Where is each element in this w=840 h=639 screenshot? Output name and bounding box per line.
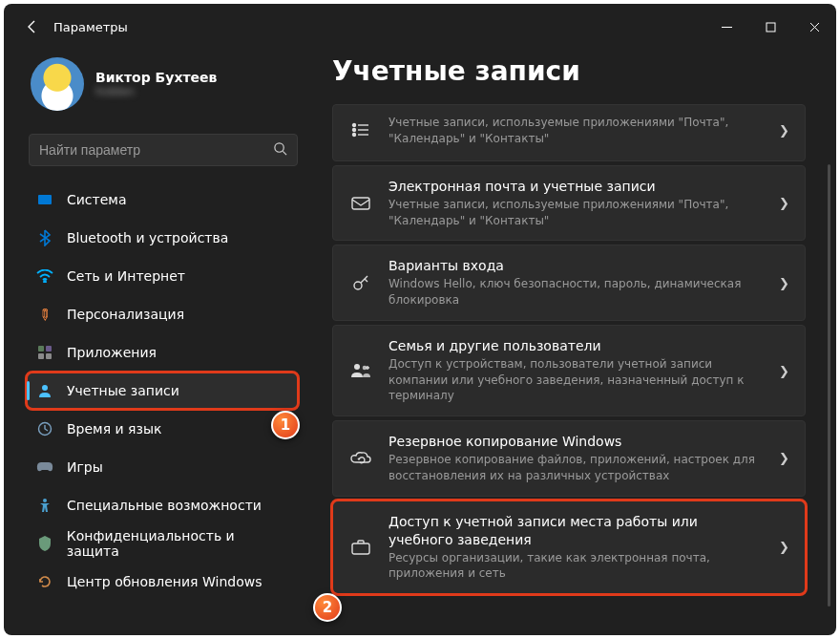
apps-icon — [36, 346, 53, 359]
svg-rect-0 — [766, 23, 775, 32]
card-backup[interactable]: Резервное копирование Windows Резервное … — [332, 420, 806, 496]
nav-network[interactable]: Сеть и Интернет — [27, 258, 298, 294]
briefcase-icon — [350, 540, 371, 555]
card-work-school[interactable]: Доступ к учетной записи места работы или… — [332, 501, 806, 594]
person-icon — [36, 383, 53, 398]
avatar — [31, 57, 84, 111]
people-icon — [350, 363, 371, 378]
card-desc: Резервное копирование файлов, приложений… — [388, 452, 762, 484]
chevron-right-icon: ❯ — [779, 276, 789, 290]
svg-point-7 — [353, 129, 356, 132]
card-signin[interactable]: Варианты входа Windows Hello, ключ безоп… — [332, 245, 806, 320]
chevron-right-icon: ❯ — [779, 123, 789, 138]
back-button[interactable] — [15, 19, 50, 34]
profile-email: hidden — [95, 85, 217, 98]
card-desc: Учетные записи, используемые приложениям… — [388, 197, 762, 229]
svg-point-6 — [353, 124, 356, 127]
system-icon — [36, 195, 53, 204]
nav-label: Время и язык — [67, 421, 161, 437]
nav-apps[interactable]: Приложения — [27, 334, 298, 371]
card-desc: Ресурсы организации, такие как электронн… — [388, 550, 762, 583]
nav-accessibility[interactable]: Специальные возможности — [27, 487, 298, 523]
nav-gaming[interactable]: Игры — [27, 449, 298, 485]
content: Виктор Бухтеев hidden Система — [4, 50, 836, 635]
gamepad-icon — [36, 461, 53, 473]
update-icon — [36, 574, 53, 589]
search-box[interactable] — [29, 134, 298, 166]
card-title: Семья и другие пользователи — [388, 337, 762, 355]
svg-point-8 — [353, 134, 356, 137]
wifi-icon — [36, 269, 53, 283]
card-title: Доступ к учетной записи места работы или… — [388, 513, 762, 549]
card-desc: Учетные записи, используемые приложениям… — [388, 115, 762, 147]
card-desc: Доступ к устройствам, пользователи учетн… — [388, 356, 762, 404]
card-email[interactable]: Электронная почта и учетные записи Учетн… — [332, 165, 806, 241]
svg-point-10 — [354, 282, 362, 289]
chevron-right-icon: ❯ — [779, 540, 789, 554]
callout-1: 1 — [271, 411, 300, 439]
svg-rect-13 — [352, 543, 369, 554]
card-title: Варианты входа — [388, 257, 762, 275]
svg-rect-9 — [352, 198, 369, 209]
svg-point-11 — [354, 364, 360, 370]
nav-label: Центр обновления Windows — [67, 574, 262, 589]
nav-label: Bluetooth и устройства — [67, 230, 228, 245]
list-icon — [350, 122, 371, 138]
settings-window: Параметры Виктор Бухтеев hidden — [4, 4, 836, 635]
card-family[interactable]: Семья и другие пользователи Доступ к уст… — [332, 325, 806, 416]
chevron-right-icon: ❯ — [779, 451, 789, 465]
sidebar: Виктор Бухтеев hidden Система — [27, 50, 304, 635]
nav: Система Bluetooth и устройства Сеть и Ин… — [27, 181, 304, 600]
close-button[interactable] — [792, 11, 836, 42]
nav-privacy[interactable]: Конфиденциальность и защита — [27, 525, 298, 562]
window-controls — [704, 11, 836, 42]
profile[interactable]: Виктор Бухтеев hidden — [27, 50, 304, 130]
backup-icon — [350, 451, 371, 466]
svg-point-1 — [275, 143, 284, 152]
nav-label: Персонализация — [67, 307, 184, 322]
mail-icon — [350, 197, 371, 210]
nav-label: Приложения — [67, 345, 157, 360]
svg-point-3 — [42, 385, 48, 391]
chevron-right-icon: ❯ — [779, 364, 789, 378]
search-input[interactable] — [39, 142, 273, 158]
brush-icon: ✎ — [32, 302, 57, 327]
shield-icon — [36, 536, 53, 551]
titlebar: Параметры — [4, 4, 836, 50]
nav-label: Игры — [67, 459, 103, 475]
nav-time[interactable]: Время и язык — [27, 411, 298, 447]
card-accounts-top[interactable]: Учетные записи, используемые приложениям… — [332, 104, 806, 161]
nav-label: Конфиденциальность и защита — [67, 528, 288, 559]
nav-bluetooth[interactable]: Bluetooth и устройства — [27, 220, 298, 256]
page-title: Учетные записи — [332, 55, 817, 87]
svg-point-5 — [43, 499, 47, 502]
maximize-button[interactable] — [748, 11, 792, 42]
profile-name: Виктор Бухтеев — [95, 70, 217, 85]
card-title: Резервное копирование Windows — [388, 433, 762, 451]
main: Учетные записи Учетные записи, используе… — [304, 50, 836, 635]
key-icon — [350, 273, 371, 292]
bluetooth-icon — [36, 229, 53, 246]
card-desc: Windows Hello, ключ безопасности, пароль… — [388, 276, 762, 309]
nav-label: Учетные записи — [67, 383, 179, 398]
nav-label: Специальные возможности — [67, 498, 262, 513]
cards-list: Учетные записи, используемые приложениям… — [332, 104, 817, 594]
window-title: Параметры — [53, 20, 128, 34]
nav-update[interactable]: Центр обновления Windows — [27, 564, 298, 600]
accessibility-icon — [36, 498, 53, 513]
scrollbar[interactable] — [828, 164, 830, 607]
clock-icon — [36, 421, 53, 437]
nav-accounts[interactable]: Учетные записи — [27, 373, 298, 409]
svg-point-2 — [44, 281, 46, 283]
nav-system[interactable]: Система — [27, 181, 298, 218]
search-icon — [273, 141, 287, 159]
nav-label: Сеть и Интернет — [67, 268, 185, 284]
callout-2: 2 — [313, 593, 342, 622]
chevron-right-icon: ❯ — [779, 196, 789, 210]
card-title: Электронная почта и учетные записи — [388, 178, 762, 196]
nav-label: Система — [67, 192, 126, 207]
nav-personalization[interactable]: ✎ Персонализация — [27, 296, 298, 332]
minimize-button[interactable] — [704, 11, 748, 42]
